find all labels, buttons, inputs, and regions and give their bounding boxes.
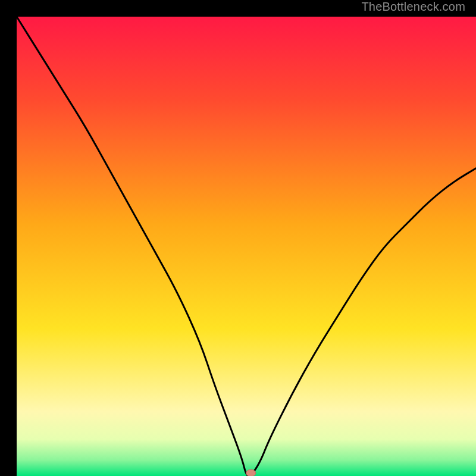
bottleneck-chart bbox=[17, 17, 476, 476]
chart-frame bbox=[8, 8, 468, 468]
watermark-text: TheBottleneck.com bbox=[361, 0, 465, 14]
optimal-point-marker bbox=[246, 469, 256, 476]
gradient-background bbox=[17, 17, 476, 476]
